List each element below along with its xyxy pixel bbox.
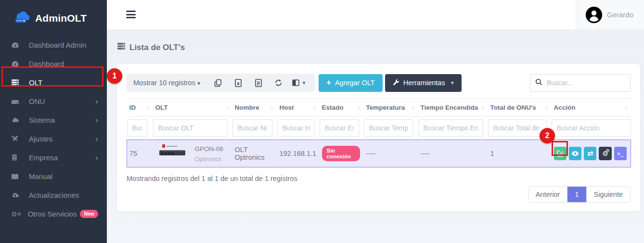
column-header-nombre[interactable]: Nombre↑↓	[232, 99, 277, 116]
olt-table: ID↑↓ OLT↑↓ Nombre↑↓ Host↑↓ Estado↑↓ Temp…	[127, 98, 631, 167]
annotation-step-1: 1	[107, 68, 122, 84]
eye-icon	[571, 151, 579, 156]
table-toolbar: Mostrar 10 registros▾ ▾	[127, 74, 631, 92]
sync-olt-button[interactable]: ⇄	[584, 147, 596, 160]
cloud-logo-icon	[12, 10, 31, 26]
column-header-temperatura[interactable]: Temperatura↑↓	[364, 99, 418, 116]
filter-total-onus-input[interactable]	[488, 119, 547, 137]
app-name: AdminOLT	[35, 13, 87, 24]
filter-temperatura-input[interactable]	[364, 119, 413, 137]
caret-down-icon: ▾	[302, 79, 305, 86]
table-search	[530, 74, 631, 92]
previous-page-button[interactable]: Anterior	[528, 187, 567, 202]
column-visibility-button[interactable]: ▾	[290, 74, 308, 92]
device-icon	[11, 98, 23, 105]
olt-device-image	[159, 144, 188, 155]
sidebar-item-label: Empresa	[29, 153, 58, 162]
sidebar-item-sistema[interactable]: Sistema ›	[0, 111, 107, 129]
filter-tiempo-input[interactable]	[418, 119, 483, 137]
plus-icon: +	[326, 78, 331, 88]
table-info: Mostrando registros del 1 al 1 de un tot…	[127, 175, 631, 182]
sidebar-item-empresa[interactable]: Empresa ›	[0, 148, 107, 167]
filter-accion-input[interactable]	[552, 119, 631, 137]
sort-icon: ↑↓	[313, 105, 316, 111]
main-content: Lista de OLT's Mostrar 10 registros▾	[107, 30, 644, 243]
app-logo[interactable]: AdminOLT	[0, 0, 107, 28]
sort-icon: ↑↓	[624, 105, 627, 111]
page-title: Lista de OLT's	[117, 42, 644, 52]
sidebar-item-label: Dashboard Admin	[29, 41, 86, 49]
sort-icon: ↑↓	[481, 105, 484, 111]
page-1-button[interactable]: 1	[567, 187, 586, 202]
building-icon	[11, 154, 23, 161]
add-olt-button[interactable]: + Agregar OLT	[319, 74, 383, 92]
terminal-icon: >_	[617, 151, 623, 157]
column-header-estado[interactable]: Estado↑↓	[320, 99, 364, 116]
wrench-icon	[393, 79, 399, 87]
table-controls-group: Mostrar 10 registros▾ ▾	[127, 74, 315, 92]
sort-icon: ↑↓	[226, 105, 229, 111]
gauge-icon	[11, 41, 23, 49]
filter-id-input[interactable]	[127, 119, 147, 137]
refresh-button[interactable]	[270, 74, 288, 92]
sidebar-item-dashboard-admin[interactable]: Dashboard Admin	[0, 36, 107, 54]
export-file-button[interactable]	[249, 74, 268, 92]
filter-nombre-input[interactable]	[232, 119, 272, 137]
status-badge: Sin conexión	[322, 146, 360, 161]
sort-icon: ↑↓	[412, 105, 414, 111]
olt-list-card: Mostrar 10 registros▾ ▾	[117, 64, 640, 211]
filter-row	[127, 116, 631, 140]
sidebar-item-label: ONU	[29, 97, 45, 105]
user-name: Gerardo	[607, 11, 633, 19]
cloud-icon	[11, 117, 23, 123]
column-header-host[interactable]: Host↑↓	[277, 99, 320, 116]
search-input[interactable]	[547, 79, 619, 87]
user-menu[interactable]: Gerardo	[576, 0, 644, 29]
filter-estado-input[interactable]	[320, 119, 359, 137]
column-header-olt[interactable]: OLT↑↓	[153, 99, 232, 116]
annotation-step-2: 2	[540, 128, 555, 143]
cell-olt: GPON-08 Optronics	[153, 140, 232, 167]
search-icon	[535, 78, 542, 88]
cell-host: 192.168.1.1	[277, 140, 320, 167]
book-icon	[11, 173, 23, 180]
olt-settings-button[interactable]: ⚙⚙	[599, 147, 611, 160]
new-badge: New	[80, 210, 98, 218]
tools-dropdown-button[interactable]: Herramientas ▾	[385, 74, 462, 92]
sidebar-item-label: Otros Servicios	[28, 210, 77, 218]
caret-down-icon: ▾	[197, 80, 200, 87]
sidebar: AdminOLT Dashboard Admin Dashboard OLT O…	[0, 0, 107, 243]
column-header-id[interactable]: ID↑↓	[127, 99, 153, 116]
cell-tiempo-encendida: ----	[418, 140, 488, 167]
copy-button[interactable]	[209, 74, 227, 92]
column-header-accion[interactable]: Acción↑↓	[552, 99, 631, 116]
sidebar-item-onu[interactable]: ONU ›	[0, 92, 107, 111]
sidebar-item-manual[interactable]: Manual	[0, 167, 107, 186]
sidebar-item-ajustes[interactable]: Ajustes ›	[0, 129, 107, 148]
gears-icon: ⚙⚙	[11, 211, 22, 217]
olt-model: GPON-08	[195, 145, 223, 153]
chevron-right-icon: ›	[95, 135, 98, 143]
cell-estado: Sin conexión	[320, 140, 364, 167]
cloud-upload-icon	[11, 192, 23, 198]
sidebar-item-label: Actualizaciones	[29, 191, 79, 199]
view-olt-button[interactable]	[569, 147, 581, 160]
pagination: Anterior 1 Siguiente	[528, 186, 631, 203]
hamburger-menu-icon[interactable]	[126, 11, 136, 20]
export-excel-button[interactable]	[229, 74, 247, 92]
chevron-right-icon: ›	[95, 97, 98, 105]
olt-brand: Optronics	[195, 155, 223, 163]
show-entries-dropdown[interactable]: Mostrar 10 registros▾	[133, 79, 200, 87]
filter-olt-input[interactable]	[153, 119, 228, 137]
chevron-right-icon: ›	[95, 116, 98, 124]
olt-terminal-button[interactable]: >_	[614, 147, 627, 160]
sidebar-item-actualizaciones[interactable]: Actualizaciones	[0, 186, 107, 205]
filter-host-input[interactable]	[277, 119, 315, 137]
sidebar-item-otros-servicios[interactable]: ⚙⚙ Otros Servicios New	[0, 205, 107, 223]
column-header-tiempo-encendida[interactable]: Tiempo Encendida↑↓	[418, 99, 488, 116]
topbar: Gerardo	[107, 0, 644, 30]
next-page-button[interactable]: Siguiente	[587, 187, 630, 202]
cell-total-onus: 1	[488, 140, 552, 167]
pagination-row: Anterior 1 Siguiente	[127, 186, 631, 203]
column-header-total-onus[interactable]: Total de ONU's↑↓	[488, 99, 552, 116]
